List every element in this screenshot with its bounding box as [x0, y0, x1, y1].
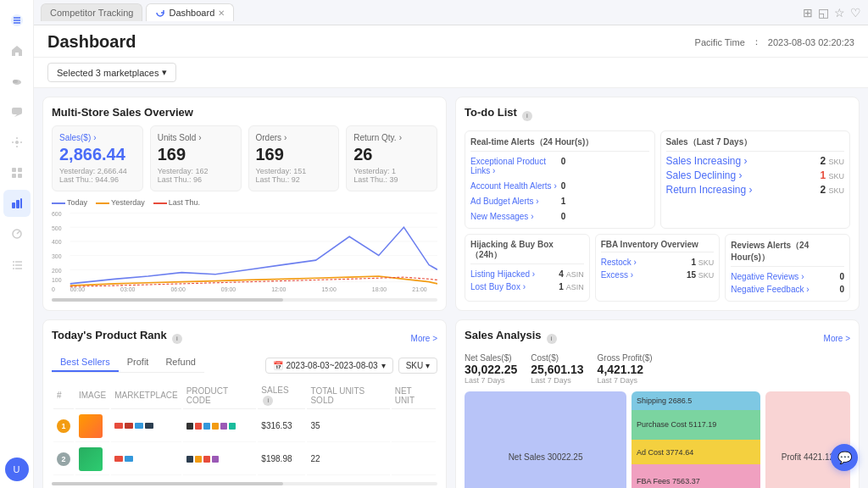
cost-sub: Last 7 Days: [531, 376, 583, 385]
tab-best-sellers[interactable]: Best Sellers: [52, 353, 119, 372]
flag-de: [145, 423, 153, 429]
purchase-bar: Purchase Cost 5117.19: [632, 410, 760, 441]
marketplace-selector[interactable]: Selected 3 marketplaces ▾: [47, 63, 176, 82]
return-increasing-label[interactable]: Return Increasing ›: [666, 184, 818, 196]
sidebar-icon-list[interactable]: [3, 251, 31, 278]
rank-info-icon[interactable]: i: [172, 334, 182, 344]
col-total-units: TOTAL UNITS SOLD: [307, 383, 389, 409]
todo-info-icon[interactable]: i: [522, 111, 532, 121]
svg-rect-11: [20, 198, 22, 208]
rank-tab-nav: Best Sellers Profit Refund: [52, 353, 204, 373]
svg-point-17: [13, 268, 14, 269]
cost-value: 25,601.13: [531, 363, 583, 376]
svg-text:00:00: 00:00: [70, 285, 85, 293]
sales-1: $316.53: [258, 411, 305, 442]
units-1: 35: [307, 411, 389, 442]
svg-text:21:00: 21:00: [412, 285, 426, 293]
svg-rect-10: [16, 200, 19, 208]
metric-returns-last-thu: Last Thu.: 39: [353, 175, 430, 184]
todo-ad-budget: Ad Budget Alerts ›: [470, 195, 559, 208]
svg-point-2: [13, 80, 18, 83]
analysis-title: Sales Analysis: [465, 329, 542, 341]
profit-sub: Last 7 Days: [598, 376, 653, 385]
sku-select[interactable]: SKU ▾: [398, 358, 437, 374]
todo-new-messages: New Messages ›: [470, 210, 559, 223]
metric-returns: Return Qty. › 26 Yesterday: 1 Last Thu.:…: [346, 125, 437, 191]
analysis-more-link[interactable]: More >: [824, 334, 850, 343]
sidebar-icon-home[interactable]: [3, 37, 31, 64]
action-icon-2[interactable]: ◱: [818, 6, 829, 19]
content-grid: Multi-Store Sales Overview Sales($) › 2,…: [34, 88, 868, 488]
metric-units: Units Sold › 169 Yesterday: 162 Last Thu…: [150, 125, 242, 191]
rank-more-link[interactable]: More >: [411, 334, 437, 343]
col-product-code: PRODUCT CODE: [183, 383, 257, 409]
sidebar-icon-analytics[interactable]: [3, 220, 31, 247]
rank-header: Today's Product Rank i More >: [52, 329, 437, 348]
metric-orders-yesterday: Yesterday: 151: [256, 167, 332, 175]
svg-text:12:00: 12:00: [271, 285, 286, 293]
sales-declining-label[interactable]: Sales Declining ›: [666, 169, 818, 181]
metric-units-last-thu: Last Thu.: 96: [158, 175, 234, 184]
main-content: Competitor Tracking Dashboard ✕ ⊞ ◱ ☆ ♡ …: [34, 0, 868, 488]
calendar-icon: 📅: [273, 361, 283, 370]
metric-sales-last-thu: Last Thu.: 944.96: [59, 175, 136, 184]
tab-profit[interactable]: Profit: [119, 353, 158, 372]
col-rank: #: [53, 383, 74, 409]
tab-refund[interactable]: Refund: [157, 353, 203, 372]
user-avatar[interactable]: U: [5, 458, 29, 481]
metric-orders-label[interactable]: Orders ›: [256, 133, 332, 142]
metric-sales: Sales($) › 2,866.44 Yesterday: 2,666.44 …: [52, 125, 143, 191]
lost-buy-box: Lost Buy Box › 1 ASIN: [470, 280, 584, 293]
table-row: 2: [53, 444, 436, 475]
action-icon-1[interactable]: ⊞: [803, 6, 813, 19]
tab-competitor-tracking[interactable]: Competitor Tracking: [41, 3, 142, 21]
svg-text:15:00: 15:00: [322, 285, 337, 293]
action-icon-3[interactable]: ☆: [834, 6, 845, 19]
todo-val: 0: [561, 181, 566, 191]
svg-text:100: 100: [52, 275, 62, 284]
legend-today: Today: [52, 198, 87, 207]
tab-bar: Competitor Tracking Dashboard ✕ ⊞ ◱ ☆ ♡: [34, 0, 868, 25]
product-rank-card: Today's Product Rank i More > Best Selle…: [42, 319, 447, 488]
tab-close-button[interactable]: ✕: [218, 8, 225, 18]
hijacking-title: Hijacking & Buy Box（24h）: [470, 240, 584, 264]
product-code-1: [186, 423, 253, 430]
listing-hijacked: Listing Hijacked › 4 ASIN: [470, 268, 584, 280]
sales-analysis-card: Sales Analysis i More > Net Sales($) 30,…: [455, 319, 860, 488]
net-unit-2: [392, 444, 436, 475]
todo-val: 0: [561, 157, 566, 166]
sidebar-icon-settings[interactable]: [3, 129, 31, 156]
flag-uk: [125, 456, 133, 462]
chat-bubble[interactable]: 💬: [831, 444, 858, 471]
svg-rect-7: [12, 174, 16, 178]
action-icon-4[interactable]: ♡: [850, 6, 861, 19]
profit-label: Gross Profit($): [598, 353, 653, 363]
analysis-info-icon[interactable]: i: [547, 334, 557, 344]
product-image-1: [79, 414, 103, 438]
sales-increasing-label[interactable]: Sales Increasing ›: [666, 155, 818, 167]
sidebar-icon-dashboard[interactable]: [3, 190, 31, 217]
tab-dashboard[interactable]: Dashboard ✕: [146, 3, 234, 21]
sidebar-icon-menu[interactable]: [3, 7, 31, 34]
metric-sales-label[interactable]: Sales($) ›: [59, 133, 136, 142]
table-scrollbar[interactable]: [52, 482, 437, 485]
sidebar-icon-messages[interactable]: [3, 98, 31, 125]
todo-card: To-do List i Real-time Alerts（24 Hour(s)…: [455, 97, 860, 311]
svg-point-15: [13, 264, 14, 266]
date-picker[interactable]: 📅 2023-08-03~2023-08-03 ▾: [265, 358, 393, 374]
metric-returns-label[interactable]: Return Qty. ›: [353, 133, 430, 142]
dropdown-arrow: ▾: [381, 361, 386, 370]
sidebar-icon-cloud[interactable]: [3, 68, 31, 95]
svg-rect-8: [18, 174, 22, 178]
table-row: 1: [53, 411, 436, 442]
flag-uk: [135, 423, 143, 429]
chart-scrollbar[interactable]: [52, 298, 437, 302]
time-value: 2023-08-03 02:20:23: [768, 37, 854, 47]
metric-units-label[interactable]: Units Sold ›: [158, 133, 234, 142]
sales-chart: 600 500 400 300 200 100 0: [52, 208, 437, 293]
legend-yesterday: Yesterday: [96, 198, 145, 207]
svg-text:200: 200: [52, 266, 62, 274]
metrics-row: Sales($) › 2,866.44 Yesterday: 2,666.44 …: [52, 125, 437, 191]
date-range: 2023-08-03~2023-08-03: [287, 361, 378, 370]
sidebar-icon-grid[interactable]: [3, 159, 31, 186]
